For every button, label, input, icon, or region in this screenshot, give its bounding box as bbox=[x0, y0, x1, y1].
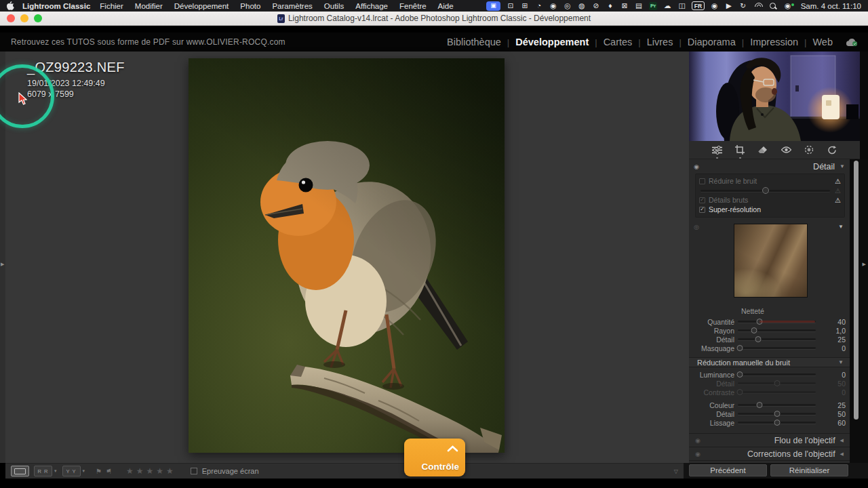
reference-view-caret-icon[interactable]: ▾ bbox=[54, 468, 58, 474]
reference-view-button[interactable]: R R bbox=[34, 466, 52, 476]
red-eye-icon[interactable] bbox=[781, 144, 791, 155]
manual-nr-header[interactable]: Réduction manuelle du bruit ▼ bbox=[689, 357, 850, 367]
module-impression[interactable]: Impression bbox=[744, 37, 804, 47]
loupe-view-button[interactable] bbox=[11, 466, 29, 476]
slider-track[interactable] bbox=[738, 391, 816, 393]
slider-track[interactable] bbox=[738, 329, 816, 331]
signal-app-icon[interactable]: ⊘ bbox=[592, 1, 600, 11]
crop-icon[interactable] bbox=[734, 144, 745, 155]
module-développement[interactable]: Développement bbox=[509, 37, 595, 47]
menu-modifier[interactable]: Modifier bbox=[135, 2, 163, 10]
menubar-clock[interactable]: Sam. 4 oct. 11:10 bbox=[801, 2, 861, 10]
clipboard-icon[interactable]: ▤ bbox=[635, 1, 643, 11]
panel-eye-icon[interactable]: ◉ bbox=[694, 163, 699, 170]
reject-flag-icon[interactable]: ⚑ bbox=[106, 468, 112, 475]
slider-track[interactable] bbox=[738, 404, 816, 406]
panel-expand-icon[interactable]: ◀ bbox=[840, 438, 844, 443]
reset-button[interactable]: Réinitialiser bbox=[770, 464, 848, 476]
slider-thumb[interactable] bbox=[774, 420, 780, 426]
module-diaporama[interactable]: Diaporama bbox=[682, 37, 742, 47]
previous-button[interactable]: Précédent bbox=[689, 464, 767, 476]
denoise-checkbox[interactable] bbox=[699, 178, 705, 184]
apple-menu-icon[interactable] bbox=[7, 1, 14, 10]
slider-thumb[interactable] bbox=[774, 411, 780, 417]
edit-sliders-icon[interactable] bbox=[711, 144, 722, 155]
collapse-right-panel-icon[interactable]: ▶ bbox=[863, 262, 866, 267]
cloud-sync-status-icon[interactable] bbox=[846, 38, 859, 47]
healing-eraser-icon[interactable] bbox=[757, 144, 768, 155]
photo-canvas-robin[interactable] bbox=[189, 58, 505, 453]
detail-preview-image[interactable] bbox=[734, 224, 808, 298]
target-app-icon[interactable]: ◍ bbox=[578, 1, 586, 11]
menu-paramètres[interactable]: Paramètres bbox=[272, 2, 312, 10]
top-panel-collapse-strip[interactable]: ▲ bbox=[0, 26, 868, 33]
raw-details-checkbox[interactable]: ✓ bbox=[699, 197, 705, 203]
module-livres[interactable]: Livres bbox=[641, 37, 679, 47]
masking-icon[interactable] bbox=[804, 144, 814, 155]
slider-thumb[interactable] bbox=[755, 336, 761, 342]
sync-icon[interactable] bbox=[827, 144, 837, 155]
toolbar-options-caret-icon[interactable]: ▽ bbox=[674, 468, 678, 474]
menu-outils[interactable]: Outils bbox=[324, 2, 344, 10]
menubar-app-name[interactable]: Lightroom Classic bbox=[22, 2, 90, 10]
drop-app-icon[interactable]: ♦ bbox=[606, 1, 614, 11]
pick-flag-icon[interactable]: ⚑ bbox=[96, 468, 102, 475]
slider-track[interactable] bbox=[738, 321, 816, 323]
timer-badge-icon[interactable]: ◔ bbox=[535, 1, 543, 11]
panel-flou-de-l-objectif[interactable]: ◉Flou de l'objectif◀ bbox=[689, 433, 850, 447]
module-bibliothèque[interactable]: Bibliothèque bbox=[441, 37, 507, 47]
minimize-window-button[interactable] bbox=[20, 14, 28, 22]
panel-eye-icon[interactable]: ◉ bbox=[695, 437, 701, 444]
sidecar-icon[interactable]: ◫ bbox=[677, 1, 686, 11]
wifi-icon[interactable] bbox=[753, 1, 763, 11]
slider-track[interactable] bbox=[738, 382, 816, 384]
slider-track[interactable] bbox=[738, 373, 816, 375]
slider-thumb[interactable] bbox=[757, 319, 763, 325]
preview-collapse-icon[interactable]: ▼ bbox=[838, 224, 844, 230]
panel-corrections-de-l-objectif[interactable]: ◉Corrections de l'objectif◀ bbox=[689, 447, 850, 460]
before-after-view-button[interactable]: Y Y bbox=[62, 466, 81, 476]
soft-proof-checkbox[interactable] bbox=[191, 468, 197, 474]
screen-capture-icon[interactable]: ▣ bbox=[486, 1, 500, 11]
menu-fenêtre[interactable]: Fenêtre bbox=[399, 2, 427, 10]
manual-nr-collapse-icon[interactable]: ▼ bbox=[838, 359, 844, 365]
slider-thumb[interactable] bbox=[774, 380, 780, 386]
history-clock-icon[interactable]: ↻ bbox=[739, 1, 747, 11]
menu-aide[interactable]: Aide bbox=[438, 2, 454, 10]
super-resolution-checkbox[interactable]: ✓ bbox=[699, 207, 705, 213]
focus-circle-icon[interactable]: ◉ bbox=[711, 1, 719, 11]
slider-thumb[interactable] bbox=[737, 389, 743, 395]
panel-scrollbar[interactable] bbox=[854, 161, 859, 420]
slider-track[interactable] bbox=[738, 338, 816, 340]
chevron-up-icon[interactable] bbox=[447, 443, 458, 455]
input-source-badge[interactable]: FR bbox=[692, 1, 704, 10]
panel-expand-icon[interactable]: ◀ bbox=[840, 451, 844, 457]
control-overlay-button[interactable]: Contrôle bbox=[404, 439, 465, 476]
slider-thumb[interactable] bbox=[737, 345, 743, 351]
pointer-app-icon[interactable]: ◉ bbox=[549, 1, 557, 11]
slider-track[interactable] bbox=[738, 422, 816, 424]
slider-track[interactable] bbox=[738, 347, 816, 349]
module-web[interactable]: Web bbox=[806, 37, 839, 47]
slider-thumb[interactable] bbox=[737, 371, 743, 378]
detail-collapse-icon[interactable]: ▼ bbox=[840, 163, 845, 169]
audio-app-icon[interactable]: ◎ bbox=[564, 1, 572, 11]
premiere-badge-icon[interactable]: Pr bbox=[649, 2, 657, 10]
slider-thumb[interactable] bbox=[751, 327, 757, 333]
module-cartes[interactable]: Cartes bbox=[597, 37, 639, 47]
expand-left-panel-icon[interactable]: ▶ bbox=[1, 262, 4, 267]
before-after-caret-icon[interactable]: ▾ bbox=[82, 468, 86, 474]
search-icon[interactable] bbox=[769, 1, 778, 11]
slider-track[interactable] bbox=[738, 413, 816, 415]
cloud-check-icon[interactable]: ☁ bbox=[663, 1, 671, 11]
user-switch-icon[interactable]: ◉ bbox=[784, 1, 792, 11]
play-circle-icon[interactable]: ▶ bbox=[725, 1, 733, 11]
star-rating[interactable]: ★★★★★ bbox=[126, 466, 176, 476]
panel-eye-icon[interactable]: ◉ bbox=[695, 451, 701, 458]
menu-développement[interactable]: Développement bbox=[174, 2, 229, 10]
menu-photo[interactable]: Photo bbox=[240, 2, 260, 10]
detail-panel-header[interactable]: ◉ Détail ▼ bbox=[689, 161, 850, 172]
app-grid-icon[interactable]: ⊞ bbox=[521, 1, 529, 11]
close-window-button[interactable] bbox=[7, 14, 15, 22]
menu-affichage[interactable]: Affichage bbox=[355, 2, 388, 10]
